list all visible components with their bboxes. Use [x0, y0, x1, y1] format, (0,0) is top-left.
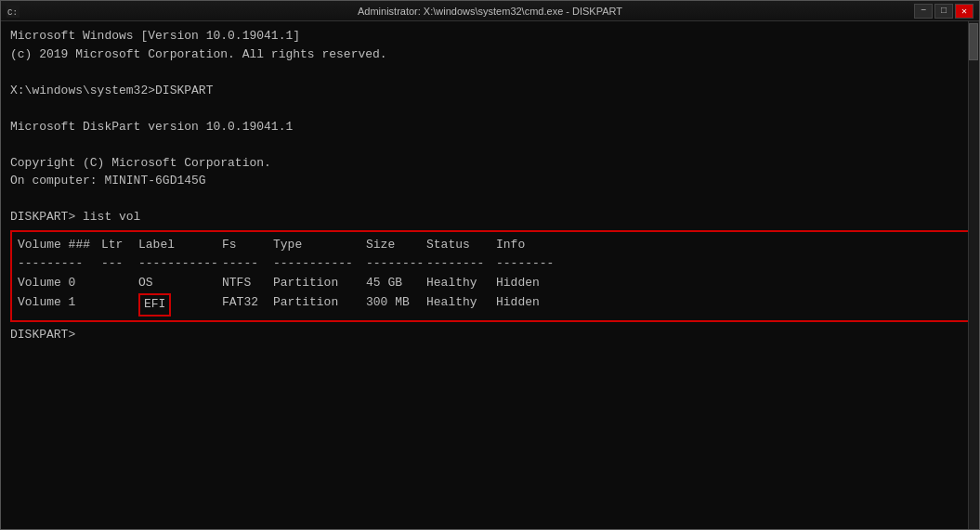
line-9: On computer: MININT-6GD145G	[10, 172, 970, 190]
line-4: X:\windows\system32>DISKPART	[10, 82, 970, 100]
vol0-size: 45 GB	[366, 274, 426, 293]
terminal-window: C: Administrator: X:\windows\system32\cm…	[0, 0, 980, 530]
vol0-vol: Volume 0	[18, 274, 101, 293]
vol0-status: Healthy	[426, 274, 496, 293]
close-button[interactable]: ✕	[955, 4, 973, 19]
header-ltr: Ltr	[101, 236, 138, 255]
header-size: Size	[366, 236, 426, 255]
line-2: (c) 2019 Microsoft Corporation. All righ…	[10, 45, 970, 64]
efi-highlighted-label: EFI	[138, 293, 171, 317]
header-info: Info	[496, 236, 561, 255]
line-7	[10, 136, 970, 154]
sep-status: --------	[426, 254, 496, 274]
window-title: Administrator: X:\windows\system32\cmd.e…	[1, 6, 979, 17]
vol0-label: OS	[138, 274, 222, 293]
scrollbar[interactable]	[968, 21, 979, 529]
vol0-type: Partition	[273, 274, 366, 293]
sep-label: -----------	[138, 254, 222, 274]
cmd-icon: C:	[7, 5, 20, 18]
vol1-vol: Volume 1	[18, 293, 101, 317]
vol1-status: Healthy	[426, 293, 496, 317]
line-8: Copyright (C) Microsoft Corporation.	[10, 154, 970, 173]
disk-table: Volume ### Ltr Label Fs Type Size Status…	[10, 230, 970, 322]
header-vol: Volume ###	[18, 236, 101, 255]
header-fs: Fs	[222, 236, 273, 255]
sep-type: -----------	[273, 254, 366, 274]
line-3	[10, 63, 970, 82]
vol1-label: EFI	[138, 293, 222, 317]
terminal-body[interactable]: Microsoft Windows [Version 10.0.19041.1]…	[1, 21, 979, 529]
scrollbar-thumb[interactable]	[969, 23, 978, 60]
final-prompt: DISKPART>	[10, 326, 970, 344]
line-6: Microsoft DiskPart version 10.0.19041.1	[10, 118, 970, 136]
vol1-type: Partition	[273, 293, 366, 317]
sep-vol: ---------	[18, 254, 101, 274]
header-label: Label	[138, 236, 222, 255]
sep-info: --------	[496, 254, 561, 274]
line-10	[10, 190, 970, 209]
vol0-fs: NTFS	[222, 274, 273, 293]
vol0-info: Hidden	[496, 274, 561, 293]
sep-ltr: ---	[101, 254, 138, 274]
vol1-info: Hidden	[496, 293, 561, 317]
table-row: Volume 1 EFI FAT32 Partition 300 MB Heal…	[18, 293, 962, 317]
window-controls: − □ ✕	[914, 4, 973, 19]
table-row: Volume 0 OS NTFS Partition 45 GB Healthy…	[18, 274, 962, 293]
vol1-fs: FAT32	[222, 293, 273, 317]
sep-fs: -----	[222, 254, 273, 274]
svg-text:C:: C:	[7, 8, 18, 18]
table-separator-row: --------- --- ----------- ----- --------…	[18, 254, 962, 274]
sep-size: --------	[366, 254, 426, 274]
header-type: Type	[273, 236, 366, 255]
line-command: DISKPART> list vol	[10, 208, 970, 226]
vol1-ltr	[101, 293, 138, 317]
title-bar: C: Administrator: X:\windows\system32\cm…	[1, 1, 979, 21]
line-1: Microsoft Windows [Version 10.0.19041.1]	[10, 27, 970, 45]
minimize-button[interactable]: −	[914, 4, 933, 19]
table-header-row: Volume ### Ltr Label Fs Type Size Status…	[18, 236, 962, 255]
line-5	[10, 99, 970, 118]
vol0-ltr	[101, 274, 138, 293]
vol1-size: 300 MB	[366, 293, 426, 317]
header-status: Status	[426, 236, 496, 255]
maximize-button[interactable]: □	[934, 4, 953, 19]
